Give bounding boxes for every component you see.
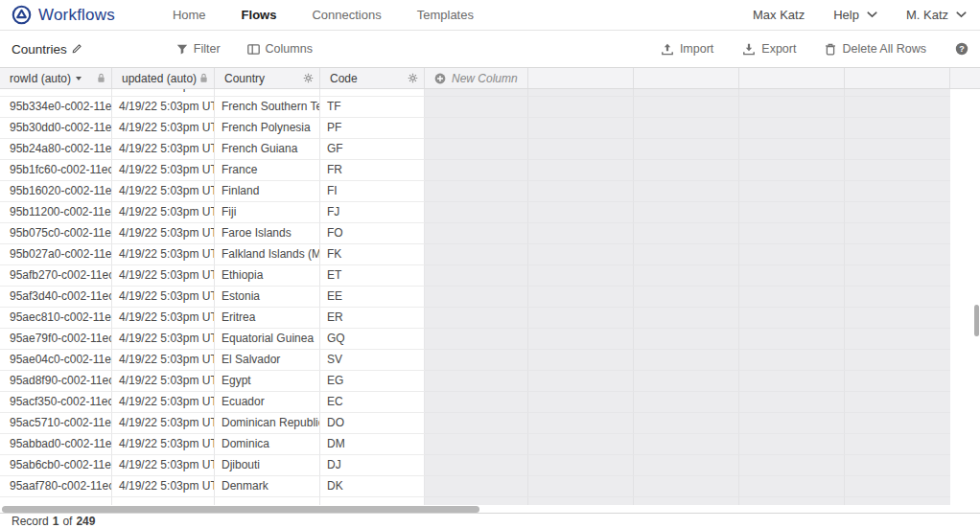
empty-cell[interactable] bbox=[845, 308, 950, 329]
rowid-cell[interactable]: 95b30dd0-c002-11ec-b8 bbox=[0, 118, 112, 139]
table-row[interactable]: 95b11200-c002-11ec-854/19/22 5:03pm UTCF… bbox=[0, 202, 980, 223]
table-row[interactable]: 95b30dd0-c002-11ec-b84/19/22 5:03pm UTCF… bbox=[0, 118, 980, 139]
country-cell[interactable]: Faroe Islands bbox=[215, 223, 320, 244]
code-cell[interactable]: TF bbox=[320, 89, 425, 97]
empty-cell[interactable] bbox=[425, 181, 528, 202]
empty-cell[interactable] bbox=[528, 392, 634, 413]
edit-pencil-icon[interactable] bbox=[71, 43, 82, 55]
empty-cell[interactable] bbox=[845, 287, 950, 308]
rowid-cell[interactable]: 95ae79f0-c002-11ec-8a bbox=[0, 329, 112, 350]
empty-cell[interactable] bbox=[634, 392, 739, 413]
empty-cell[interactable] bbox=[425, 392, 528, 413]
empty-cell[interactable] bbox=[634, 265, 739, 287]
updated-cell[interactable]: 4/19/22 5:03pm UTC bbox=[112, 434, 215, 455]
empty-cell[interactable] bbox=[634, 287, 739, 308]
country-cell[interactable]: Ecuador bbox=[215, 392, 320, 413]
empty-cell[interactable] bbox=[425, 455, 528, 476]
empty-cell[interactable] bbox=[845, 118, 950, 139]
empty-cell[interactable] bbox=[425, 371, 528, 392]
horizontal-scrollbar[interactable] bbox=[0, 505, 980, 514]
empty-cell[interactable] bbox=[845, 244, 950, 265]
empty-cell[interactable] bbox=[739, 497, 845, 505]
empty-cell[interactable] bbox=[528, 308, 634, 329]
updated-cell[interactable]: 4/19/22 5:03pm UTC bbox=[112, 118, 215, 139]
table-row[interactable]: 95ab6cb0-c002-11ec-a64/19/22 5:03pm UTCD… bbox=[0, 455, 980, 476]
filter-button[interactable]: Filter bbox=[176, 42, 221, 56]
empty-cell[interactable] bbox=[425, 118, 528, 139]
table-row[interactable]: 95b16020-c002-11ec-844/19/22 5:03pm UTCF… bbox=[0, 181, 980, 202]
updated-cell[interactable]: 4/19/22 5:03pm UTC bbox=[112, 308, 215, 329]
empty-column-header[interactable] bbox=[950, 68, 980, 88]
empty-cell[interactable] bbox=[634, 497, 739, 505]
empty-cell[interactable] bbox=[528, 371, 634, 392]
country-cell[interactable]: Ethiopia bbox=[215, 265, 320, 287]
table-row[interactable]: 95b24a80-c002-11ec-854/19/22 5:03pm UTCF… bbox=[0, 139, 980, 160]
country-cell[interactable]: French Southern Territories bbox=[215, 89, 320, 97]
gear-icon[interactable] bbox=[408, 73, 418, 83]
rowid-cell[interactable]: 95aec810-c002-11ec-9c bbox=[0, 308, 112, 329]
column-header-rowid[interactable]: rowId (auto) bbox=[0, 68, 112, 88]
code-cell[interactable]: DM bbox=[320, 434, 425, 455]
empty-cell[interactable] bbox=[528, 287, 634, 308]
empty-cell[interactable] bbox=[528, 476, 634, 497]
rowid-cell[interactable]: 95ac5710-c002-11ec-b2 bbox=[0, 413, 112, 434]
empty-cell[interactable] bbox=[739, 350, 845, 371]
updated-cell[interactable]: 4/19/22 5:03pm UTC bbox=[112, 329, 215, 350]
gear-icon[interactable] bbox=[303, 73, 314, 83]
country-cell[interactable]: France bbox=[215, 160, 320, 181]
table-row[interactable]: 95ac5710-c002-11ec-b24/19/22 5:03pm UTCD… bbox=[0, 413, 980, 434]
export-button[interactable]: Export bbox=[742, 42, 796, 56]
code-cell[interactable]: ER bbox=[320, 308, 425, 329]
country-cell[interactable]: Dominica bbox=[215, 434, 320, 455]
updated-cell[interactable]: 4/19/22 5:03pm UTC bbox=[112, 413, 215, 434]
country-cell[interactable]: Denmark bbox=[215, 476, 320, 497]
brand[interactable]: Workflows bbox=[12, 5, 115, 25]
table-row[interactable]: 95abbad0-c002-11ec-b24/19/22 5:03pm UTCD… bbox=[0, 434, 980, 455]
country-cell[interactable]: French Guiana bbox=[215, 139, 320, 160]
country-cell[interactable]: Fiji bbox=[215, 202, 320, 223]
empty-cell[interactable] bbox=[528, 223, 634, 244]
code-cell[interactable]: EE bbox=[320, 287, 425, 308]
code-cell[interactable]: TF bbox=[320, 97, 425, 118]
country-cell[interactable]: Falkland Islands (Malvinas) bbox=[215, 244, 320, 265]
empty-cell[interactable] bbox=[845, 89, 950, 97]
updated-cell[interactable]: 4/19/22 5:03pm UTC bbox=[112, 160, 215, 181]
updated-cell[interactable]: 4/19/22 5:03pm UTC bbox=[112, 287, 215, 308]
empty-cell[interactable] bbox=[739, 413, 845, 434]
columns-button[interactable]: Columns bbox=[247, 42, 313, 56]
empty-cell[interactable] bbox=[425, 202, 528, 223]
code-cell[interactable]: PF bbox=[320, 118, 425, 139]
empty-cell[interactable] bbox=[845, 371, 950, 392]
rowid-cell[interactable]: 95b11200-c002-11ec-85 bbox=[0, 202, 112, 223]
empty-cell[interactable] bbox=[739, 434, 845, 455]
column-header-updated[interactable]: updated (auto) bbox=[112, 68, 215, 88]
empty-cell[interactable] bbox=[845, 202, 950, 223]
rowid-cell[interactable]: 95ae04c0-c002-11ec-a4 bbox=[0, 350, 112, 371]
empty-cell[interactable] bbox=[425, 413, 528, 434]
updated-cell[interactable]: 4/19/22 5:03pm UTC bbox=[112, 97, 215, 118]
empty-cell[interactable] bbox=[528, 181, 634, 202]
empty-cell[interactable] bbox=[739, 392, 845, 413]
updated-cell[interactable]: 4/19/22 5:03pm UTC bbox=[112, 89, 215, 97]
empty-cell[interactable] bbox=[845, 329, 950, 350]
empty-cell[interactable] bbox=[425, 350, 528, 371]
empty-cell[interactable] bbox=[845, 476, 950, 497]
updated-cell[interactable]: 4/19/22 5:03pm UTC bbox=[112, 139, 215, 160]
partial-row-bottom[interactable] bbox=[0, 497, 980, 505]
nav-item-templates[interactable]: Templates bbox=[417, 8, 474, 22]
table-row[interactable]: 95b1fc60-c002-11ec-8c4/19/22 5:03pm UTCF… bbox=[0, 160, 980, 181]
empty-column-header[interactable] bbox=[528, 68, 634, 88]
nav-item-flows[interactable]: Flows bbox=[242, 8, 277, 22]
empty-cell[interactable] bbox=[528, 265, 634, 287]
empty-cell[interactable] bbox=[425, 97, 528, 118]
empty-cell[interactable] bbox=[634, 413, 739, 434]
empty-cell[interactable] bbox=[425, 139, 528, 160]
code-cell[interactable]: FJ bbox=[320, 202, 425, 223]
nav-item-connections[interactable]: Connections bbox=[312, 8, 381, 22]
column-header-country[interactable]: Country bbox=[215, 68, 320, 88]
code-cell[interactable]: EG bbox=[320, 371, 425, 392]
country-cell[interactable]: French Southern Territories bbox=[215, 97, 320, 118]
vertical-scrollbar-thumb[interactable] bbox=[974, 305, 979, 336]
updated-cell[interactable]: 4/19/22 5:03pm UTC bbox=[112, 181, 215, 202]
empty-cell[interactable] bbox=[425, 265, 528, 287]
